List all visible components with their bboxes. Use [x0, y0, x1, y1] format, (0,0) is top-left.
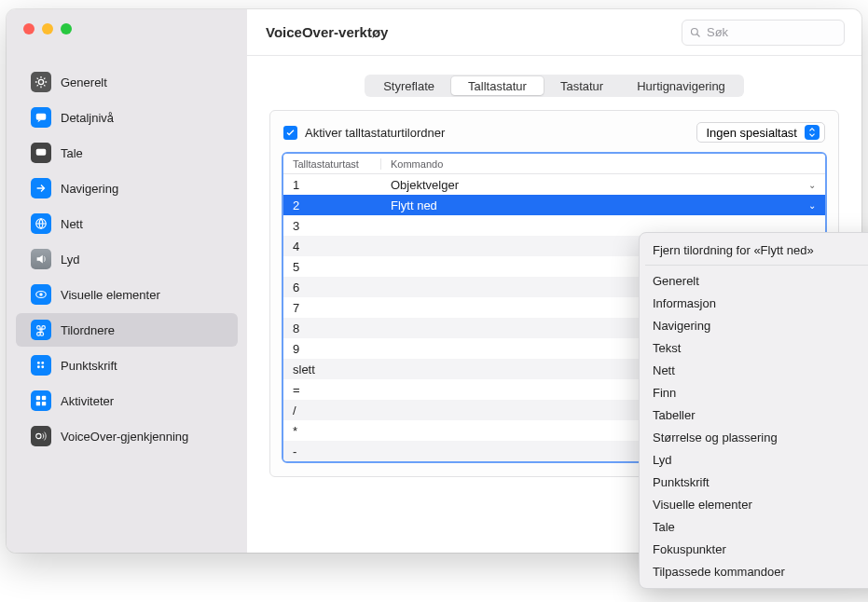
tab-quicknav[interactable]: Hurtignavigering: [620, 76, 742, 95]
sidebar-item-speech[interactable]: Tale: [16, 136, 238, 170]
svg-rect-13: [42, 396, 46, 400]
updown-icon: [805, 125, 820, 140]
svg-rect-3: [38, 151, 45, 152]
popup-category-find[interactable]: Finn›: [640, 381, 868, 404]
sidebar-item-label: Tale: [61, 146, 83, 160]
gear-icon: [31, 72, 51, 92]
svg-point-11: [41, 365, 44, 368]
sidebar-item-commanders[interactable]: Tilordnere: [16, 313, 238, 347]
column-command: Kommando: [381, 158, 825, 170]
svg-rect-1: [36, 114, 47, 120]
sidebar-item-label: Nett: [61, 217, 83, 231]
tab-trackpad[interactable]: Styreflate: [366, 76, 451, 95]
speech-bubble-icon: [31, 107, 51, 128]
popup-category-visuals[interactable]: Visuelle elementer›: [640, 493, 868, 515]
voiceover-icon: [31, 426, 51, 446]
tab-keyboard[interactable]: Tastatur: [544, 76, 620, 95]
sidebar-item-verbosity[interactable]: Detaljnivå: [16, 101, 238, 134]
popup-category-text[interactable]: Tekst›: [640, 336, 868, 359]
sidebar: Generelt Detaljnivå Tale Navigering Nett: [7, 9, 247, 553]
arrow-right-icon: [31, 178, 51, 198]
chevron-down-icon: ⌄: [808, 180, 816, 190]
table-row[interactable]: 1 Objektvelger⌄: [283, 174, 825, 195]
page-title: VoiceOver-verktøy: [266, 24, 388, 40]
popup-category-braille[interactable]: Punktskrift›: [640, 471, 868, 493]
text-bubble-icon: [31, 143, 51, 163]
sidebar-item-label: Generelt: [61, 75, 107, 89]
sidebar-item-label: Tilordnere: [61, 323, 115, 337]
tabs-container: Styreflate Talltastatur Tastatur Hurtign…: [269, 75, 839, 97]
speaker-icon: [31, 249, 51, 269]
svg-point-7: [39, 293, 43, 296]
sidebar-item-web[interactable]: Nett: [16, 207, 238, 240]
svg-point-17: [692, 28, 698, 34]
braille-icon: [31, 355, 51, 376]
svg-point-10: [41, 362, 44, 364]
popup-category-sound[interactable]: Lyd›: [640, 448, 868, 471]
popup-category-information[interactable]: Informasjon›: [640, 292, 868, 314]
svg-point-16: [36, 433, 41, 438]
enable-numpad-label: Aktiver talltastaturtilordner: [305, 126, 445, 140]
close-window-button[interactable]: [23, 23, 34, 34]
table-header: Talltastaturtast Kommando: [283, 154, 825, 174]
sidebar-item-label: VoiceOver-gjenkjenning: [61, 430, 188, 444]
zoom-window-button[interactable]: [61, 23, 72, 34]
sidebar-item-visuals[interactable]: Visuelle elementer: [16, 278, 238, 311]
popup-category-web[interactable]: Nett›: [640, 359, 868, 381]
modifier-key-value: Ingen spesialtast: [706, 126, 797, 140]
minimize-window-button[interactable]: [42, 23, 53, 34]
search-input[interactable]: Søk: [682, 20, 845, 46]
svg-rect-14: [36, 402, 40, 405]
popup-category-size[interactable]: Størrelse og plassering›: [640, 426, 868, 448]
chevron-down-icon: ⌄: [808, 200, 816, 211]
svg-rect-4: [38, 153, 42, 154]
globe-icon: [31, 213, 51, 234]
popup-category-general[interactable]: Generelt›: [640, 269, 868, 292]
popup-category-tables[interactable]: Tabeller›: [640, 404, 868, 426]
svg-point-0: [38, 79, 43, 84]
sidebar-item-label: Lyd: [61, 253, 79, 267]
svg-rect-12: [36, 396, 40, 400]
search-placeholder: Søk: [707, 25, 728, 39]
sidebar-item-recognition[interactable]: VoiceOver-gjenkjenning: [16, 419, 238, 453]
traffic-lights: [23, 23, 72, 34]
sidebar-item-navigation[interactable]: Navigering: [16, 171, 238, 205]
popup-category-custom[interactable]: Tilpassede kommandoer›: [640, 560, 868, 582]
sidebar-item-sound[interactable]: Lyd: [16, 242, 238, 276]
popup-remove-assignment[interactable]: Fjern tilordning for «Flytt ned»: [640, 239, 868, 261]
grid-icon: [31, 390, 51, 411]
sidebar-item-label: Punktskrift: [61, 359, 117, 373]
popup-category-navigation[interactable]: Navigering›: [640, 314, 868, 336]
column-key: Talltastaturtast: [283, 158, 381, 170]
enable-numpad-checkbox[interactable]: [283, 126, 297, 140]
sidebar-item-label: Aktiviteter: [61, 394, 114, 408]
main-content: VoiceOver-verktøy Søk Styreflate Talltas…: [247, 9, 861, 553]
modifier-key-select[interactable]: Ingen spesialtast: [696, 122, 825, 143]
eye-icon: [31, 284, 51, 305]
popup-category-hotspots[interactable]: Fokuspunkter›: [640, 538, 868, 560]
svg-rect-15: [42, 402, 46, 405]
sidebar-item-label: Navigering: [61, 182, 118, 196]
sidebar-item-general[interactable]: Generelt: [16, 65, 238, 99]
sidebar-item-activities[interactable]: Aktiviteter: [16, 384, 238, 417]
sidebar-item-label: Detaljnivå: [61, 111, 114, 125]
app-window: Generelt Detaljnivå Tale Navigering Nett: [7, 9, 861, 553]
popup-separator: [645, 265, 868, 266]
svg-point-8: [37, 362, 40, 364]
svg-point-9: [37, 365, 40, 368]
popup-category-speech[interactable]: Tale›: [640, 515, 868, 538]
table-row[interactable]: 2 Flytt ned⌄: [283, 195, 825, 215]
search-icon: [690, 27, 701, 38]
tab-numpad[interactable]: Talltastatur: [451, 76, 544, 95]
command-icon: [31, 320, 51, 340]
sidebar-item-label: Visuelle elementer: [61, 288, 160, 302]
titlebar: VoiceOver-verktøy Søk: [247, 9, 861, 56]
sidebar-item-braille[interactable]: Punktskrift: [16, 349, 238, 382]
command-popup-menu: Fjern tilordning for «Flytt ned» Generel…: [639, 232, 868, 589]
